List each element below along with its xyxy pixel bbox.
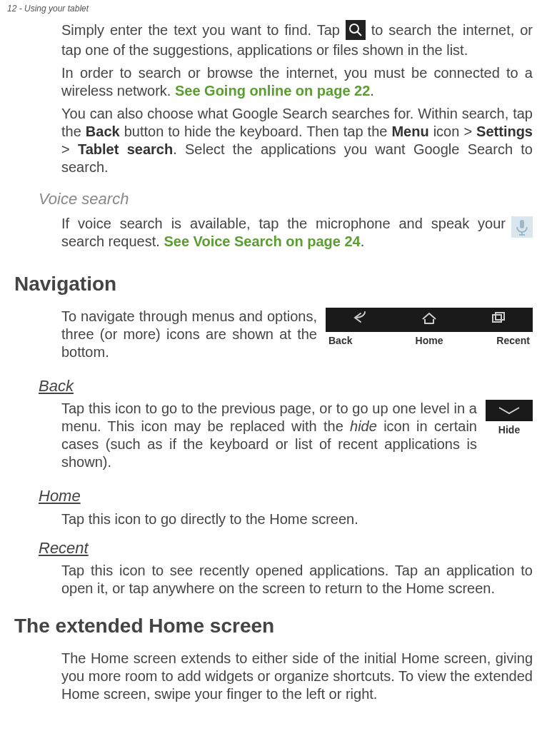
label-back: Back: [86, 124, 120, 139]
home-nav-icon: [395, 311, 464, 329]
paragraph-voice: If voice search is available, tap the mi…: [61, 215, 533, 251]
label-tablet-search: Tablet search: [78, 141, 173, 157]
recent-nav-icon: [463, 311, 533, 329]
word-hide: hide: [350, 418, 377, 434]
link-voice-search[interactable]: See Voice Search on page 24: [164, 233, 360, 249]
nav-bar-illustration: [326, 308, 533, 332]
text: .: [361, 233, 365, 249]
hide-icon: [486, 400, 533, 421]
text: .: [370, 83, 374, 99]
paragraph-home: Tap this icon to go directly to the Home…: [61, 510, 533, 528]
label-recent-icon: Recent: [463, 335, 533, 348]
text: button to hide the keyboard. Then tap th…: [120, 124, 392, 139]
paragraph-back: Tap this icon to go to the previous page…: [61, 400, 533, 471]
paragraph-search-settings: You can also choose what Google Search s…: [61, 105, 533, 176]
figure-nav-bar: Back Home Recent: [326, 308, 533, 348]
search-icon: [346, 20, 366, 40]
nav-bar-labels: Back Home Recent: [326, 335, 533, 348]
heading-home: Home: [39, 486, 533, 506]
svg-rect-5: [493, 315, 501, 322]
svg-rect-2: [520, 220, 524, 228]
heading-recent: Recent: [39, 538, 533, 558]
paragraph-recent: Tap this icon to see recently opened app…: [61, 562, 533, 598]
label-menu: Menu: [391, 124, 428, 139]
heading-navigation: Navigation: [14, 271, 533, 296]
figure-hide-icon: Hide: [486, 400, 533, 437]
paragraph-wireless: In order to search or browse the interne…: [61, 64, 533, 100]
text: icon >: [429, 124, 476, 139]
text: >: [61, 141, 78, 157]
link-going-online[interactable]: See Going online on page 22: [175, 83, 370, 99]
text: Simply enter the text you want to find. …: [61, 22, 346, 38]
label-back-icon: Back: [326, 335, 396, 348]
label-hide-icon: Hide: [486, 424, 533, 437]
page-header: 12 - Using your tablet: [7, 4, 89, 14]
back-nav-icon: [326, 311, 395, 329]
heading-back: Back: [39, 376, 533, 396]
svg-line-1: [357, 31, 361, 36]
page-content: Simply enter the text you want to find. …: [0, 0, 547, 703]
paragraph-extended-home: The Home screen extends to either side o…: [61, 650, 533, 703]
label-settings: Settings: [476, 124, 533, 139]
heading-voice-search: Voice search: [39, 189, 533, 209]
label-home-icon: Home: [396, 335, 463, 348]
svg-rect-6: [496, 313, 504, 320]
microphone-icon: [511, 216, 533, 238]
paragraph-search-intro: Simply enter the text you want to find. …: [61, 21, 533, 59]
heading-extended-home: The extended Home screen: [14, 613, 533, 638]
